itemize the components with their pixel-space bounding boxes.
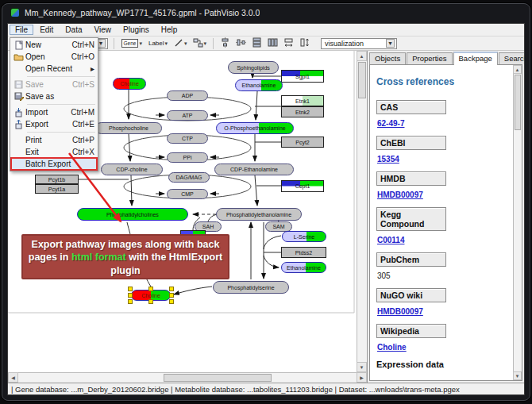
pathway-node-l-serine[interactable]: L-Serine	[282, 231, 326, 242]
pathway-node-dag-mag[interactable]: DAG/MAG	[168, 172, 210, 183]
scroll-up-arrow[interactable]: ▲	[357, 51, 367, 61]
tab-backpage[interactable]: Backpage	[453, 52, 498, 65]
pathway-node-cdp-choline[interactable]: CDP-choline	[101, 164, 163, 175]
selection-handle[interactable]	[128, 299, 133, 304]
pathway-node-ptdss2[interactable]: Ptdss2	[281, 247, 326, 258]
pathway-node-ethanolamine-bottom[interactable]: Ethanolamine	[281, 262, 326, 273]
menu-data[interactable]: Data	[60, 25, 87, 35]
pathway-node-ethanolamine-top[interactable]: Ethanolamine	[235, 79, 283, 91]
file-menu-item-save[interactable]: SaveCtrl+S	[11, 79, 97, 90]
pathway-node-pcyt2[interactable]: Pcyt2	[281, 137, 324, 148]
chevron-down-icon[interactable]: ▾	[139, 40, 142, 47]
menu-item-label: Print	[25, 136, 66, 144]
pathway-node-phosphocholine[interactable]: Phosphocholine	[95, 122, 162, 134]
common-height-button[interactable]	[298, 37, 311, 50]
xref-section-wikipedia: WikipediaCholine	[376, 324, 507, 352]
scroll-left-arrow[interactable]: ◀	[8, 372, 18, 383]
menu-plugins[interactable]: Plugins	[118, 25, 155, 35]
pathway-node-ctp[interactable]: CTP	[167, 133, 208, 144]
export-icon	[12, 120, 25, 129]
scroll-right-arrow[interactable]: ▶	[357, 372, 367, 383]
stack-horizontal-icon	[268, 37, 278, 49]
pathway-node-pcyt1b[interactable]: Pcyt1b	[35, 175, 79, 184]
label-tool-button[interactable]: Label ▾	[147, 37, 169, 50]
line-tool-button[interactable]: ▾	[172, 37, 189, 50]
menu-edit[interactable]: Edit	[34, 25, 59, 35]
file-menu-item-new[interactable]: NewCtrl+N	[11, 39, 97, 51]
horizontal-scroll-thumb[interactable]	[164, 374, 272, 382]
xref-link[interactable]: HMDB00097	[377, 190, 423, 199]
pathway-node-cept1[interactable]: Cept1	[281, 180, 324, 192]
tab-properties[interactable]: Properties	[407, 52, 452, 64]
title-bar[interactable]: Mm_Kennedy_pathway_WP1771_45176.gpml - P…	[7, 4, 525, 21]
chevron-down-icon[interactable]: ▾	[165, 40, 168, 47]
visualization-combobox[interactable]: visualization ▼	[321, 38, 397, 49]
pathway-node-o-phosphoethanolamine[interactable]: O-Phosphoethanolamine	[216, 122, 294, 134]
xref-link[interactable]: 15354	[377, 155, 399, 164]
tab-search[interactable]: Search	[499, 52, 525, 64]
xref-link[interactable]: C00114	[377, 236, 404, 244]
pathway-node-cdp-ethanolamine[interactable]: CDP-Ethanolamine	[214, 164, 294, 175]
selection-handle[interactable]	[148, 299, 153, 304]
pathway-node-etnk2[interactable]: Etnk2	[281, 106, 324, 117]
scroll-up-arrow[interactable]: ▲	[513, 65, 522, 74]
scroll-down-arrow[interactable]: ▼	[357, 362, 367, 372]
align-center-y-button[interactable]	[234, 37, 248, 50]
menu-item-label: Save	[25, 80, 66, 89]
vertical-scroll-thumb[interactable]	[358, 62, 366, 98]
menu-help[interactable]: Help	[156, 25, 183, 35]
pathway-node-cmp[interactable]: CMP	[167, 189, 208, 199]
file-menu-item-save-as[interactable]: Save as	[11, 90, 97, 102]
file-menu-item-open-recent[interactable]: Open Recent▸	[11, 63, 97, 75]
common-width-button[interactable]	[282, 37, 295, 50]
file-menu-item-import[interactable]: ImportCtrl+M	[11, 106, 97, 118]
pathway-node-choline-top[interactable]: Choline	[113, 78, 146, 90]
menu-view[interactable]: View	[88, 25, 117, 35]
selection-handle[interactable]	[169, 299, 174, 304]
pathway-node-sgpl1[interactable]: Sgpl1	[281, 70, 324, 83]
file-menu-item-export[interactable]: ExportCtrl+E	[11, 118, 97, 130]
pathway-node-phosphatidylserine[interactable]: Phosphatidylserine	[213, 281, 289, 294]
file-menu: NewCtrl+NOpenCtrl+OOpen Recent▸SaveCtrl+…	[10, 37, 98, 171]
selection-handle[interactable]	[128, 287, 133, 291]
xref-link[interactable]: HMDB00097	[377, 307, 423, 316]
canvas-horizontal-scrollbar[interactable]: ◀ ▶	[8, 372, 367, 383]
panel-vertical-scrollbar[interactable]: ▲ ▼	[513, 65, 522, 380]
pathway-node-phosphatidylcholines[interactable]: Phosphatidylcholines	[77, 208, 188, 221]
pathway-node-atp[interactable]: ATP	[167, 110, 208, 121]
pathway-node-phosphatidylethanolamine[interactable]: Phosphatidylethanolamine	[216, 208, 302, 221]
menu-shortcut: Ctrl+O	[71, 52, 94, 61]
toolbar-separator	[213, 38, 214, 49]
pathway-node-adp[interactable]: ADP	[167, 90, 208, 101]
pathway-node-etnk1[interactable]: Etnk1	[281, 95, 324, 106]
tab-objects[interactable]: Objects	[369, 52, 406, 64]
selection-handle[interactable]	[169, 287, 174, 291]
scroll-down-arrow[interactable]: ▼	[513, 371, 522, 380]
file-menu-item-open[interactable]: OpenCtrl+O	[11, 51, 97, 63]
file-menu-item-print[interactable]: PrintCtrl+P	[11, 134, 97, 146]
selection-handle[interactable]	[169, 293, 174, 298]
file-menu-item-batch-export[interactable]: Batch Export	[11, 158, 97, 170]
pathway-node-sphingolipids[interactable]: Sphingolipids	[228, 61, 279, 74]
xref-section-kegg-compound: Kegg CompoundC00114	[376, 207, 507, 244]
xref-link[interactable]: 62-49-7	[377, 119, 404, 128]
stack-horizontal-button[interactable]	[266, 37, 279, 50]
menu-item-label: New	[25, 40, 65, 49]
stack-vertical-button[interactable]	[250, 37, 264, 50]
selection-handle[interactable]	[148, 287, 153, 291]
gene-datanode-button[interactable]: Gene ▾	[120, 37, 144, 50]
file-menu-item-exit[interactable]: ExitCtrl+X	[11, 146, 97, 158]
canvas-vertical-scrollbar[interactable]: ▲ ▼	[357, 51, 367, 372]
selection-handle[interactable]	[128, 293, 133, 298]
menu-file[interactable]: File	[10, 25, 33, 35]
chevron-down-icon[interactable]: ▾	[184, 40, 187, 47]
menu-item-label: Save as	[25, 92, 88, 101]
xref-link[interactable]: Choline	[377, 343, 407, 352]
vertical-scroll-thumb[interactable]	[515, 75, 521, 130]
align-center-x-button[interactable]	[218, 37, 232, 50]
chevron-down-icon[interactable]: ▼	[386, 39, 395, 48]
chevron-down-icon[interactable]: ▾	[204, 40, 207, 47]
pathway-node-pcyt1a[interactable]: Pcyt1a	[35, 184, 79, 194]
pathway-node-ppi[interactable]: PPi	[167, 152, 208, 163]
shape-tool-button[interactable]: ▾	[191, 37, 209, 50]
